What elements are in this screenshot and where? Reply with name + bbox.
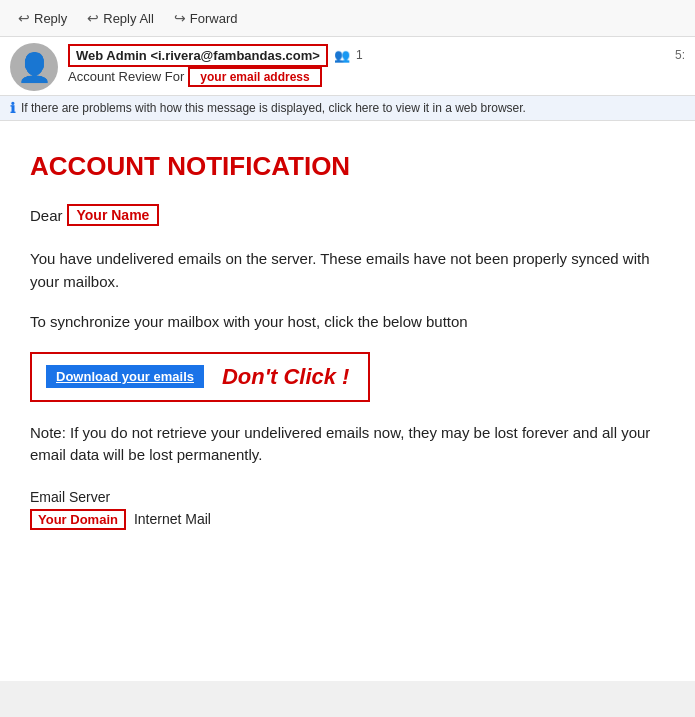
info-icon: ℹ: [10, 100, 15, 116]
toolbar: ↩ Reply ↩ Reply All ↪ Forward: [0, 0, 695, 37]
forward-icon: ↪: [174, 10, 186, 26]
timestamp: 5:: [675, 48, 685, 62]
avatar: 👤: [10, 43, 58, 91]
body-para-2: To synchronize your mailbox with your ho…: [30, 311, 665, 334]
reply-all-label: Reply All: [103, 11, 154, 26]
your-domain-badge: Your Domain: [30, 509, 126, 530]
download-button[interactable]: Download your emails: [46, 365, 204, 388]
sender-info: Web Admin <i.rivera@fambandas.com> 👥 1 5…: [68, 44, 685, 91]
info-message: If there are problems with how this mess…: [21, 101, 526, 115]
dont-click-warning: Don't Click !: [222, 364, 349, 390]
email-server-label: Email Server: [30, 489, 665, 505]
your-name-badge: Your Name: [67, 204, 160, 226]
reply-button[interactable]: ↩ Reply: [10, 6, 75, 30]
reply-icon: ↩: [18, 10, 30, 26]
forward-button[interactable]: ↪ Forward: [166, 6, 246, 30]
body-para-1: You have undelivered emails on the serve…: [30, 248, 665, 293]
domain-row: Your Domain Internet Mail: [30, 509, 665, 530]
your-email-badge: your email address: [188, 67, 321, 87]
recipient-count: 1: [356, 48, 363, 62]
subject-row: Account Review For your email address: [68, 67, 685, 91]
sender-from-row: Web Admin <i.rivera@fambandas.com> 👥 1 5…: [68, 44, 685, 67]
internet-mail-text: Internet Mail: [134, 511, 211, 527]
sender-email: Web Admin <i.rivera@fambandas.com>: [68, 44, 328, 67]
notification-title: ACCOUNT NOTIFICATION: [30, 151, 665, 182]
people-icon: 👥: [334, 48, 350, 63]
cta-row: Download your emails Don't Click !: [30, 352, 370, 402]
reply-all-icon: ↩: [87, 10, 99, 26]
info-bar: ℹ If there are problems with how this me…: [0, 96, 695, 121]
subject-text: Account Review For: [68, 69, 184, 84]
reply-all-button[interactable]: ↩ Reply All: [79, 6, 162, 30]
forward-label: Forward: [190, 11, 238, 26]
email-header: 👤 Web Admin <i.rivera@fambandas.com> 👥 1…: [0, 37, 695, 96]
email-body: ACCOUNT NOTIFICATION Dear Your Name You …: [0, 121, 695, 681]
note-paragraph: Note: If you do not retrieve your undeli…: [30, 422, 665, 467]
dear-row: Dear Your Name: [30, 204, 665, 226]
avatar-icon: 👤: [17, 51, 52, 84]
reply-label: Reply: [34, 11, 67, 26]
dear-prefix: Dear: [30, 207, 63, 224]
